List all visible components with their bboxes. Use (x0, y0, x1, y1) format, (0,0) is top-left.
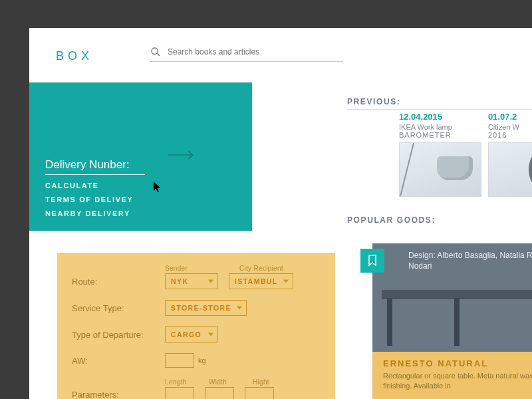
product-footer: ERNESTO NATURAL Rectangular or square ta… (372, 352, 532, 399)
previous-date: 01.07.2 (488, 112, 519, 122)
brand-logo: BOX (56, 49, 93, 63)
svg-point-0 (152, 48, 158, 54)
previous-title: IKEA Work lamp (399, 123, 452, 131)
service-select[interactable]: STORE-STORE (165, 300, 247, 316)
chevron-down-icon (208, 333, 213, 336)
previous-thumbnails (399, 142, 532, 197)
label-sender: Sender (165, 265, 229, 272)
previous-item[interactable]: 12.04.2015 IKEA Work lamp BAROMETER (399, 112, 452, 139)
product-description: Rectangular or square table. Meta natura… (383, 371, 532, 391)
nav-terms[interactable]: TERMS OF DELIVEY (45, 196, 236, 203)
label-service: Service Type: (72, 303, 165, 313)
previous-date: 12.04.2015 (399, 112, 452, 122)
previous-title: Citizen W (488, 123, 519, 131)
search-icon (150, 47, 161, 57)
departure-select[interactable]: CARGO (165, 327, 218, 342)
label-length: Length (165, 378, 198, 386)
thumbnail-lamp[interactable] (399, 142, 481, 197)
calculate-form: Sender City Recipient Route: NYK ISTAMBU… (57, 253, 335, 399)
product-image (382, 278, 532, 351)
label-width: Width (209, 378, 242, 386)
previous-subtitle: 2016 (488, 131, 519, 139)
sidebar-panel: CALCULATE TERMS OF DELIVEY NEARBY DELIVE… (29, 82, 252, 231)
previous-list: 12.04.2015 IKEA Work lamp BAROMETER 01.0… (399, 112, 519, 139)
width-input[interactable] (205, 387, 234, 399)
label-parameters: Parameters: (72, 390, 165, 400)
search-bar[interactable] (150, 47, 343, 62)
bookmark-badge[interactable] (360, 249, 384, 273)
chevron-down-icon (208, 280, 213, 283)
popular-heading: POPULAR GOODS: (347, 215, 436, 225)
product-name: ERNESTO NATURAL (383, 358, 532, 368)
nav-nearby[interactable]: NEARBY DELIVERY (45, 209, 236, 217)
length-input[interactable] (165, 387, 194, 399)
svg-line-1 (157, 53, 160, 56)
height-input[interactable] (245, 387, 274, 399)
label-recipient: City Recipient (239, 265, 303, 272)
product-card[interactable]: Design: Alberto Basaglia, Natalia Rota N… (372, 243, 532, 399)
recipient-select[interactable]: ISTAMBUL (229, 273, 293, 289)
sidebar-nav: CALCULATE TERMS OF DELIVEY NEARBY DELIVE… (45, 182, 236, 217)
previous-heading: PREVIOUS: (347, 97, 532, 110)
arrow-right-icon (168, 150, 195, 160)
sender-select[interactable]: NYK (165, 273, 218, 289)
previous-subtitle: BAROMETER (399, 131, 452, 139)
unit-kg: kg (198, 356, 206, 364)
thumbnail-watch[interactable] (488, 142, 532, 197)
chevron-down-icon (237, 307, 242, 310)
product-designer: Design: Alberto Basaglia, Natalia Rota N… (372, 243, 532, 275)
label-height: Hight (253, 378, 286, 386)
search-input[interactable] (168, 47, 343, 57)
label-route: Route: (72, 277, 165, 287)
bookmark-icon (368, 255, 377, 267)
weight-input[interactable] (165, 353, 194, 368)
label-departure: Type of Departure: (72, 330, 165, 340)
label-aw: AW: (72, 356, 165, 366)
delivery-number-input[interactable] (45, 157, 145, 175)
previous-item[interactable]: 01.07.2 Citizen W 2016 (488, 112, 519, 139)
chevron-down-icon (283, 280, 289, 283)
nav-calculate[interactable]: CALCULATE (45, 182, 236, 190)
app-page: BOX CALCULATE TERMS OF DELIVEY NEARBY DE… (29, 28, 532, 399)
